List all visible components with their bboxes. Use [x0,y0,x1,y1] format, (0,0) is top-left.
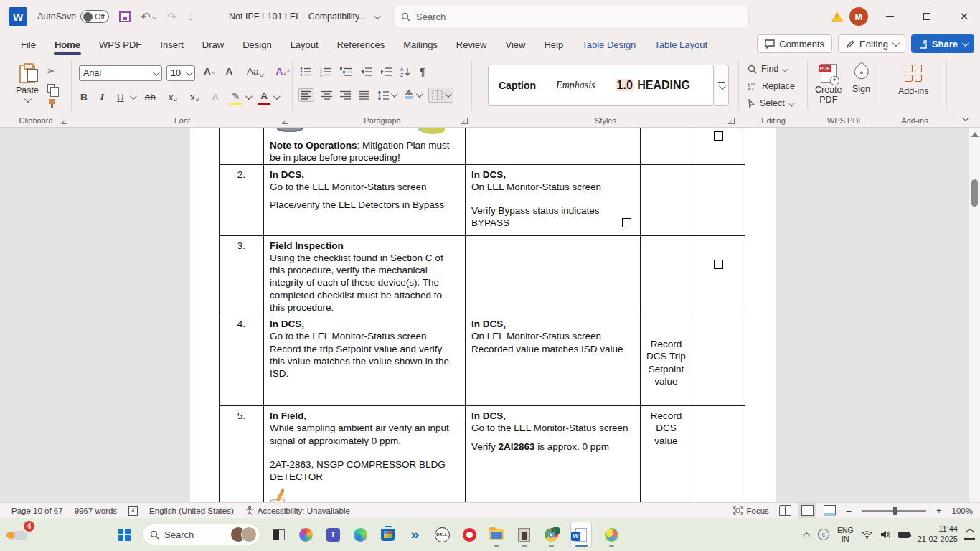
styles-gallery-more-button[interactable] [715,65,729,106]
document-area[interactable]: Note to Operations: Mitigation Plan must… [0,128,980,502]
justify-icon[interactable] [359,90,370,100]
style-heading-1-0[interactable]: 1.0 HEADING [606,79,700,92]
start-button[interactable] [115,522,133,547]
restore-button[interactable] [911,0,943,33]
sync-tray-icon[interactable]: c [818,529,829,540]
addins-button[interactable]: Add-ins [898,65,928,96]
microsoft-store-button[interactable] [378,522,397,547]
select-button[interactable]: Select [748,95,795,112]
align-center-icon[interactable] [321,90,333,100]
search-input[interactable]: Search [393,6,749,27]
styles-dialog-launcher[interactable] [728,118,735,124]
tab-wps-pdf[interactable]: WPS PDF [90,33,151,56]
checkbox[interactable] [622,218,631,227]
shading-icon[interactable] [403,90,415,100]
vertical-scrollbar[interactable] [969,128,980,502]
zoom-slider-thumb[interactable] [893,507,897,515]
align-left-icon[interactable] [301,90,312,100]
chrome-button[interactable]: L [542,522,560,547]
paragraph-dialog-launcher[interactable] [461,118,468,124]
document-page[interactable]: Note to Operations: Mitigation Plan must… [190,128,776,502]
task-view-button[interactable] [269,522,288,547]
word-app-icon[interactable]: W [9,7,27,26]
autosave-toggle[interactable]: Off [80,10,109,23]
zoom-slider[interactable] [862,510,926,512]
sort-icon[interactable]: AZ [400,67,412,77]
editing-mode-button[interactable]: Editing [838,34,905,53]
font-color-button[interactable]: A [258,89,270,105]
scroll-up-icon[interactable] [971,132,979,137]
tab-layout[interactable]: Layout [281,33,328,56]
save-icon[interactable] [119,11,131,22]
procedure-table[interactable]: Note to Operations: Mitigation Plan must… [219,128,745,502]
share-button[interactable]: Share [911,34,974,53]
redo-icon[interactable]: ↷ [167,10,176,24]
tab-file[interactable]: File [11,33,45,56]
font-name-combo[interactable]: Arial [79,65,162,81]
multilevel-list-icon[interactable] [340,67,352,77]
change-case-button[interactable]: Aa [244,65,268,78]
find-button[interactable]: Find [748,60,795,77]
tray-expand-icon[interactable] [803,532,810,539]
tab-insert[interactable]: Insert [151,33,193,56]
superscript-button[interactable]: x2 [187,90,202,104]
grow-font-button[interactable]: A^ [201,65,217,78]
tab-view[interactable]: View [496,33,534,56]
tab-design[interactable]: Design [233,33,281,56]
cut-icon[interactable]: ✂ [47,65,57,77]
bullet-list-icon[interactable] [300,67,312,77]
copilot-button[interactable] [296,522,315,547]
step-number[interactable]: 4. [220,314,264,406]
table-row[interactable]: 5. In Field, While sampling ambient air … [220,406,745,502]
language-switcher[interactable]: ENGIN [837,526,854,543]
style-caption[interactable]: Caption [489,80,546,91]
volume-icon[interactable] [880,530,890,539]
checkbox[interactable] [714,260,723,269]
language-indicator[interactable]: English (United States) [149,507,234,515]
subscript-button[interactable]: x2 [166,90,180,104]
accessibility-status[interactable]: Accessibility: Unavailable [245,506,350,515]
scrollbar-thumb[interactable] [971,179,978,207]
word-count[interactable]: 9967 words [75,507,117,515]
table-row[interactable]: 3. Field Inspection Using the checklist … [220,235,745,314]
numbered-list-icon[interactable]: 123 [320,67,332,77]
title-dropdown-icon[interactable] [374,12,381,19]
tab-table-layout[interactable]: Table Layout [645,33,717,56]
teams-button[interactable]: T [324,522,342,547]
customize-qat-icon[interactable]: ⋮ [187,12,194,22]
tab-draw[interactable]: Draw [193,33,233,56]
italic-button[interactable]: I [98,90,107,104]
minimize-button[interactable] [874,0,905,33]
text-effects-button[interactable]: A [209,90,222,104]
replace-button[interactable]: bc Replace [748,77,795,95]
sign-button[interactable]: Sign [852,65,870,94]
increase-indent-icon[interactable] [380,67,392,77]
tab-help[interactable]: Help [534,33,573,56]
underline-button[interactable]: U [114,90,127,104]
print-layout-button[interactable] [801,505,814,516]
table-row[interactable]: 2. In DCS, Go to the LEL Monitor-Status … [220,164,745,235]
line-spacing-icon[interactable] [377,90,390,100]
power-automate-button[interactable]: » [405,522,424,547]
weather-widget[interactable]: 4 [7,524,36,545]
table-row[interactable]: Note to Operations: Mitigation Plan must… [220,128,745,164]
borders-icon[interactable] [432,90,443,100]
read-mode-button[interactable] [779,505,791,516]
comments-button[interactable]: Comments [757,34,832,53]
wifi-icon[interactable] [862,530,872,539]
style-emphasis[interactable]: Emphasis [546,80,605,91]
show-hide-pilcrow-icon[interactable]: ¶ [420,66,425,77]
table-row[interactable]: 4. In DCS, Go to the LEL Monitor-Status … [220,314,745,406]
page-indicator[interactable]: Page 10 of 67 [11,507,63,515]
copy-icon[interactable] [47,84,55,93]
tab-home[interactable]: Home [45,33,90,56]
battery-icon[interactable] [898,532,910,538]
account-avatar[interactable]: M [849,7,868,26]
zoom-out-button[interactable]: − [846,505,852,517]
dell-app-button[interactable]: DELL [433,522,451,547]
web-layout-button[interactable] [824,505,836,516]
zoom-in-button[interactable]: + [936,505,942,516]
proofing-error-icon[interactable]: ✗ [128,506,138,516]
taskbar-search[interactable]: Search [142,524,260,545]
step-number[interactable]: 2. [220,164,264,235]
